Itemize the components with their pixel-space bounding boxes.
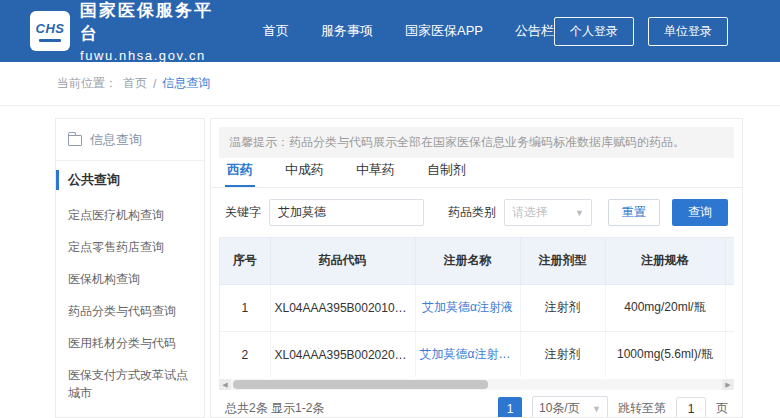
jump-page-input[interactable] <box>676 397 706 418</box>
login-buttons: 个人登录 单位登录 <box>554 17 728 46</box>
site-url: fuwu.nhsa.gov.cn <box>80 48 227 63</box>
keyword-label: 关键字 <box>225 204 261 221</box>
pagination-total: 总共2条 显示1-2条 <box>225 400 324 417</box>
personal-login-button[interactable]: 个人登录 <box>554 17 634 46</box>
tab-western-medicine[interactable]: 西药 <box>225 161 255 187</box>
top-header: CHS 国家医保服务平台 fuwu.nhsa.gov.cn 首页 服务事项 国家… <box>0 0 780 62</box>
nav-item-app[interactable]: 国家医保APP <box>405 22 483 40</box>
scroll-right-icon[interactable]: ▶ <box>722 379 734 390</box>
sidebar-item-negotiated-drug-orgs[interactable]: 国家谈判药品配备机构查询 <box>56 409 204 418</box>
sidebar-item-insurance-orgs[interactable]: 医保机构查询 <box>56 263 204 295</box>
cell-registered-name[interactable]: 艾加莫德α注射液(... <box>415 331 520 377</box>
sidebar: 信息查询 公共查询 定点医疗机构查询 定点零售药店查询 医保机构查询 药品分类与… <box>55 118 205 418</box>
drug-category-tabs: 西药 中成药 中草药 自制剂 <box>211 158 742 188</box>
col-header-clipped: 药品本位码 <box>725 238 734 284</box>
page-size-select[interactable]: 10条/页 ▼ <box>532 396 608 418</box>
notice-bar: 温馨提示：药品分类与代码展示全部在国家医保信息业务编码标准数据库赋码的药品。 <box>219 127 734 158</box>
nav-item-services[interactable]: 服务事项 <box>321 22 373 40</box>
pagination-controls: 1 10条/页 ▼ 跳转至第 页 <box>498 396 728 418</box>
main-nav: 首页 服务事项 国家医保APP 公告栏 <box>263 22 554 40</box>
chevron-down-icon: ▼ <box>575 208 584 218</box>
tab-chinese-herbal-medicine[interactable]: 中草药 <box>354 161 397 187</box>
col-header-registered-name: 注册名称 <box>415 238 520 284</box>
cell-drug-code: XL04AAA395B0020201... <box>270 331 415 377</box>
search-toolbar: 关键字 药品类别 请选择 ▼ 重置 查询 <box>211 188 742 237</box>
sidebar-item-payment-reform-cities[interactable]: 医保支付方式改革试点城市 <box>56 359 204 409</box>
horizontal-scrollbar: ◀ ▶ <box>219 379 734 390</box>
breadcrumb-separator: / <box>153 77 156 91</box>
cell-dosage-form: 注射剂 <box>520 284 605 331</box>
chs-logo: CHS <box>30 11 70 51</box>
sidebar-item-consumables-codes[interactable]: 医用耗材分类与代码 <box>56 327 204 359</box>
page-size-value: 10条/页 <box>539 400 580 417</box>
results-table: 序号 药品代码 注册名称 注册剂型 注册规格 药品本位码 1 XL04AAA39… <box>220 238 734 377</box>
breadcrumb: 当前位置： 首页 / 信息查询 <box>0 62 780 106</box>
pagination-bar: 总共2条 显示1-2条 1 10条/页 ▼ 跳转至第 页 <box>211 390 742 418</box>
category-select-value: 请选择 <box>512 204 548 221</box>
tab-self-prepared[interactable]: 自制剂 <box>425 161 468 187</box>
table-row: 1 XL04AAA395B0020101... 艾加莫德α注射液 注射剂 400… <box>220 284 734 331</box>
cell-clipped <box>725 284 734 331</box>
sidebar-header-label: 信息查询 <box>90 131 142 149</box>
site-title: 国家医保服务平台 <box>80 0 227 45</box>
scroll-left-icon[interactable]: ◀ <box>219 379 231 390</box>
scrollbar-thumb[interactable] <box>233 380 488 389</box>
cell-drug-code: XL04AAA395B0020101... <box>270 284 415 331</box>
category-select[interactable]: 请选择 ▼ <box>504 199 592 226</box>
cell-index: 1 <box>220 284 270 331</box>
chevron-down-icon: ▼ <box>592 404 601 414</box>
breadcrumb-label: 当前位置： <box>57 75 117 92</box>
sidebar-section-public-query[interactable]: 公共查询 <box>56 161 204 199</box>
notice-text: 药品分类与代码展示全部在国家医保信息业务编码标准数据库赋码的药品。 <box>289 135 685 149</box>
page-number-button[interactable]: 1 <box>498 397 522 418</box>
table-header-row: 序号 药品代码 注册名称 注册剂型 注册规格 药品本位码 <box>220 238 734 284</box>
sidebar-header[interactable]: 信息查询 <box>56 119 204 161</box>
col-header-index: 序号 <box>220 238 270 284</box>
reset-button[interactable]: 重置 <box>608 199 660 226</box>
cell-index: 2 <box>220 331 270 377</box>
main-panel: 温馨提示：药品分类与代码展示全部在国家医保信息业务编码标准数据库赋码的药品。 西… <box>210 118 743 418</box>
jump-suffix: 页 <box>716 400 728 417</box>
cell-specification: 400mg/20ml/瓶 <box>605 284 725 331</box>
unit-login-button[interactable]: 单位登录 <box>648 17 728 46</box>
notice-label: 温馨提示： <box>229 135 289 149</box>
col-header-specification: 注册规格 <box>605 238 725 284</box>
col-header-drug-code: 药品代码 <box>270 238 415 284</box>
chs-logo-text: CHS <box>36 21 65 36</box>
cell-dosage-form: 注射剂 <box>520 331 605 377</box>
cell-clipped <box>725 331 734 377</box>
keyword-input[interactable] <box>269 199 424 226</box>
cell-specification: 1000mg(5.6ml)/瓶 <box>605 331 725 377</box>
cell-registered-name[interactable]: 艾加莫德α注射液 <box>415 284 520 331</box>
query-button[interactable]: 查询 <box>672 199 728 226</box>
nav-item-announcements[interactable]: 公告栏 <box>515 22 554 40</box>
col-header-dosage-form: 注册剂型 <box>520 238 605 284</box>
chs-logo-decoration <box>39 39 61 42</box>
table-row: 2 XL04AAA395B0020201... 艾加莫德α注射液(... 注射剂… <box>220 331 734 377</box>
results-table-container: 序号 药品代码 注册名称 注册剂型 注册规格 药品本位码 1 XL04AAA39… <box>219 237 734 377</box>
folder-icon <box>68 135 82 146</box>
breadcrumb-home[interactable]: 首页 <box>123 75 147 92</box>
sidebar-item-designated-pharmacies[interactable]: 定点零售药店查询 <box>56 231 204 263</box>
brand-block: 国家医保服务平台 fuwu.nhsa.gov.cn <box>80 0 227 63</box>
nav-item-home[interactable]: 首页 <box>263 22 289 40</box>
category-label: 药品类别 <box>448 204 496 221</box>
sidebar-item-drug-code-query[interactable]: 药品分类与代码查询 <box>56 295 204 327</box>
sidebar-item-designated-medical-orgs[interactable]: 定点医疗机构查询 <box>56 199 204 231</box>
scrollbar-track[interactable] <box>231 379 722 390</box>
tab-chinese-patent-medicine[interactable]: 中成药 <box>283 161 326 187</box>
breadcrumb-current: 信息查询 <box>162 75 210 92</box>
jump-label: 跳转至第 <box>618 400 666 417</box>
